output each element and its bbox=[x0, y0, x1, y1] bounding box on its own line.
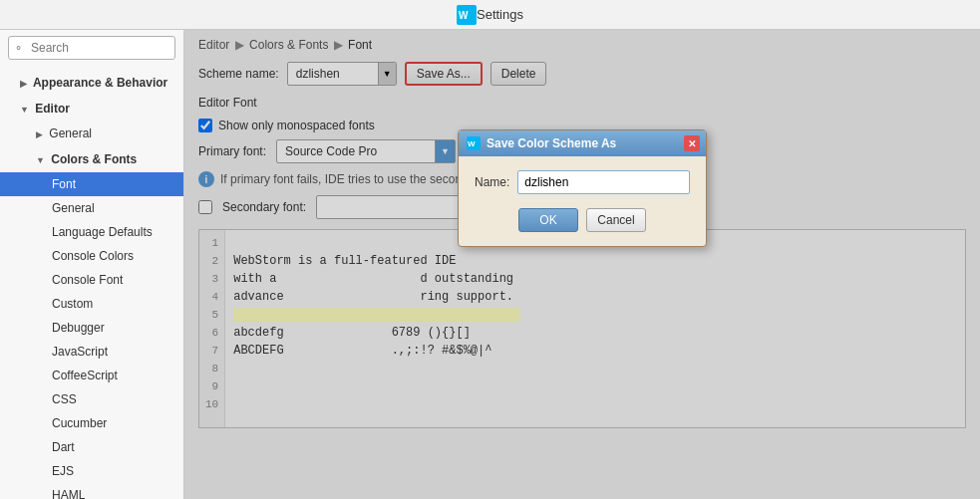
sidebar-item-general[interactable]: ▶ General bbox=[0, 122, 183, 146]
sidebar-item-ejs[interactable]: EJS bbox=[0, 459, 183, 483]
modal-close-button[interactable]: ✕ bbox=[684, 135, 700, 151]
sidebar-item-general2[interactable]: General bbox=[0, 196, 183, 220]
sidebar-item-console-colors[interactable]: Console Colors bbox=[0, 244, 183, 268]
window-title: Settings bbox=[477, 7, 523, 22]
modal-overlay: W Save Color Scheme As ✕ Name: dzlishen … bbox=[184, 30, 980, 499]
sidebar-item-appearance[interactable]: ▶ Appearance & Behavior bbox=[0, 70, 183, 96]
sidebar-item-dart[interactable]: Dart bbox=[0, 435, 183, 459]
webstorm-logo: W bbox=[457, 5, 477, 25]
modal-logo: W bbox=[467, 136, 481, 150]
sidebar-tree: ▶ Appearance & Behavior ▼ Editor ▶ Gener… bbox=[0, 66, 183, 499]
sidebar-item-debugger[interactable]: Debugger bbox=[0, 316, 183, 340]
sidebar-item-cucumber[interactable]: Cucumber bbox=[0, 411, 183, 435]
settings-window: W Settings ⚬ ▶ Appearance & Behavior ▼ E… bbox=[0, 0, 980, 499]
modal-cancel-button[interactable]: Cancel bbox=[586, 208, 646, 232]
svg-text:W: W bbox=[468, 139, 476, 148]
modal-buttons: OK Cancel bbox=[475, 208, 690, 232]
title-bar: W Settings bbox=[0, 0, 980, 30]
sidebar-item-coffeescript[interactable]: CoffeeScript bbox=[0, 364, 183, 387]
modal-body: Name: dzlishen OK Cancel bbox=[459, 156, 706, 246]
sidebar: ⚬ ▶ Appearance & Behavior ▼ Editor ▶ Gen… bbox=[0, 30, 184, 499]
search-input[interactable] bbox=[8, 36, 175, 60]
modal-dialog: W Save Color Scheme As ✕ Name: dzlishen … bbox=[458, 129, 707, 247]
sidebar-item-colors-fonts[interactable]: ▼ Colors & Fonts bbox=[0, 146, 183, 172]
sidebar-item-css[interactable]: CSS bbox=[0, 387, 183, 411]
modal-ok-button[interactable]: OK bbox=[518, 208, 578, 232]
sidebar-item-console-font[interactable]: Console Font bbox=[0, 268, 183, 292]
main-content: ⚬ ▶ Appearance & Behavior ▼ Editor ▶ Gen… bbox=[0, 30, 980, 499]
sidebar-item-lang-defaults[interactable]: Language Defaults bbox=[0, 220, 183, 244]
modal-title-bar: W Save Color Scheme As ✕ bbox=[459, 130, 706, 156]
modal-name-label: Name: bbox=[475, 175, 509, 189]
triangle-icon-editor: ▼ bbox=[20, 100, 29, 120]
search-box: ⚬ bbox=[8, 36, 175, 60]
modal-name-input[interactable]: dzlishen bbox=[517, 170, 690, 194]
right-panel: Editor ▶ Colors & Fonts ▶ Font Scheme na… bbox=[184, 30, 980, 499]
modal-title-text: Save Color Scheme As bbox=[487, 136, 684, 150]
triangle-cf: ▼ bbox=[36, 150, 45, 170]
sidebar-item-haml[interactable]: HAML bbox=[0, 483, 183, 499]
svg-text:W: W bbox=[459, 10, 469, 21]
sidebar-item-font[interactable]: Font bbox=[0, 172, 183, 196]
sidebar-item-javascript[interactable]: JavaScript bbox=[0, 340, 183, 364]
triangle-icon: ▶ bbox=[20, 74, 27, 94]
sidebar-item-editor[interactable]: ▼ Editor bbox=[0, 96, 183, 122]
modal-name-row: Name: dzlishen bbox=[475, 170, 690, 194]
search-icon: ⚬ bbox=[14, 42, 23, 55]
triangle-general: ▶ bbox=[36, 125, 43, 144]
sidebar-item-custom[interactable]: Custom bbox=[0, 292, 183, 316]
